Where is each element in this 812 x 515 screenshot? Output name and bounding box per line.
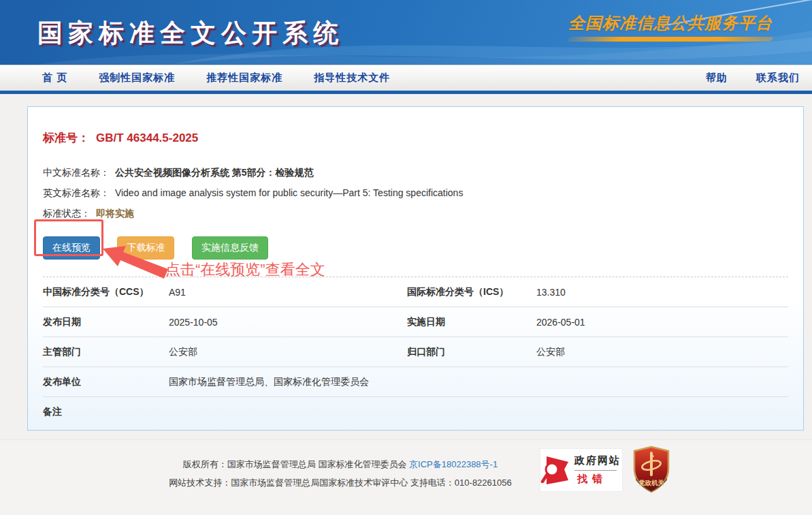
gov-site-find-error-badge[interactable]: 政府网站 找错 xyxy=(540,448,623,492)
en-name-label: 英文标准名称： xyxy=(43,187,110,198)
find-error-badge-line1: 政府网站 xyxy=(574,454,621,467)
nav-left-group: 首 页 强制性国家标准 推荐性国家标准 指导性技术文件 xyxy=(42,72,390,84)
cn-name-value: 公共安全视频图像分析系统 第5部分：检验规范 xyxy=(115,167,314,178)
detail-label-remark: 备注 xyxy=(43,397,169,434)
implementation-feedback-button[interactable]: 实施信息反馈 xyxy=(192,236,268,260)
party-gov-shield-badge[interactable]: 党政机关 xyxy=(632,445,671,497)
detail-row-publisher: 发布单位 国家市场监督管理总局、国家标准化管理委员会 xyxy=(43,367,788,397)
platform-logo[interactable]: 全国标准信息公共服务平台 xyxy=(568,12,773,42)
detail-value-centralized-dept: 公安部 xyxy=(536,337,788,367)
detail-row-classification: 中国标准分类号（CCS） A91 国际标准分类号（ICS） 13.310 xyxy=(43,277,788,307)
annotation-highlight-box xyxy=(34,219,103,256)
cn-name-row: 中文标准名称： 公共安全视频图像分析系统 第5部分：检验规范 xyxy=(43,167,788,179)
detail-value-remark xyxy=(169,397,788,434)
status-badge: 即将实施 xyxy=(96,208,134,219)
cn-name-label: 中文标准名称： xyxy=(43,167,110,178)
detail-row-departments: 主管部门 公安部 归口部门 公安部 xyxy=(43,337,788,367)
nav-item-contact-us[interactable]: 联系我们 xyxy=(756,72,800,84)
detail-label-centralized-dept: 归口部门 xyxy=(407,337,536,367)
platform-logo-text: 全国标准信息公共服务平台 xyxy=(568,12,773,34)
detail-label-ccs: 中国标准分类号（CCS） xyxy=(43,277,169,307)
en-name-value: Video and image analysis system for publ… xyxy=(115,187,464,198)
standard-number-line: 标准号：GB/T 46344.5-2025 xyxy=(43,130,788,146)
detail-value-publisher: 国家市场监督管理总局、国家标准化管理委员会 xyxy=(169,367,788,397)
nav-item-mandatory-standards[interactable]: 强制性国家标准 xyxy=(99,72,175,84)
standard-number-label: 标准号： xyxy=(43,131,89,144)
en-name-row: 英文标准名称： Video and image analysis system … xyxy=(43,187,788,200)
find-error-flag-magnifier-icon xyxy=(540,454,570,486)
page-footer: 版权所有：国家市场监督管理总局 国家标准化管理委员会 京ICP备18022388… xyxy=(0,439,812,514)
platform-logo-underline xyxy=(567,37,775,42)
detail-value-ics: 13.310 xyxy=(536,277,788,307)
nav-item-help[interactable]: 帮助 xyxy=(706,72,728,84)
nav-item-recommended-standards[interactable]: 推荐性国家标准 xyxy=(206,72,282,84)
find-error-badge-line2: 找错 xyxy=(574,473,621,486)
copyright-text: 版权所有：国家市场监督管理总局 国家标准化管理委员会 xyxy=(183,459,409,469)
detail-label-publisher: 发布单位 xyxy=(43,367,169,397)
status-label: 标准状态： xyxy=(43,208,91,219)
site-header: 国家标准全文公开系统 全国标准信息公共服务平台 xyxy=(0,0,812,65)
annotation-text: 点击“在线预览”查看全文 xyxy=(165,260,325,280)
nav-item-home[interactable]: 首 页 xyxy=(42,72,67,84)
party-gov-shield-icon: 党政机关 xyxy=(632,445,671,494)
detail-label-implement-date: 实施日期 xyxy=(407,307,536,337)
detail-value-publish-date: 2025-10-05 xyxy=(169,307,407,337)
detail-table: 中国标准分类号（CCS） A91 国际标准分类号（ICS） 13.310 发布日… xyxy=(43,277,788,433)
detail-value-implement-date: 2026-05-01 xyxy=(536,307,788,337)
detail-row-dates: 发布日期 2025-10-05 实施日期 2026-05-01 xyxy=(43,307,788,337)
nav-item-guiding-documents[interactable]: 指导性技术文件 xyxy=(314,72,390,84)
find-error-badge-text: 政府网站 找错 xyxy=(574,454,621,486)
detail-label-competent-dept: 主管部门 xyxy=(43,337,169,367)
standard-detail-card: 标准号：GB/T 46344.5-2025 中文标准名称： 公共安全视频图像分析… xyxy=(27,106,804,431)
standard-number-value: GB/T 46344.5-2025 xyxy=(96,131,198,144)
detail-value-ccs: A91 xyxy=(169,277,407,307)
nav-right-group: 帮助 联系我们 xyxy=(706,72,800,84)
icp-license-link[interactable]: 京ICP备18022388号-1 xyxy=(409,459,498,469)
party-gov-shield-label: 党政机关 xyxy=(638,479,665,486)
site-title[interactable]: 国家标准全文公开系统 xyxy=(37,16,344,50)
main-nav: 首 页 强制性国家标准 推荐性国家标准 指导性技术文件 帮助 联系我们 xyxy=(0,65,812,91)
detail-label-publish-date: 发布日期 xyxy=(43,307,169,337)
status-row: 标准状态： 即将实施 xyxy=(43,208,788,220)
find-error-badge-divider xyxy=(574,470,617,471)
main-content: 标准号：GB/T 46344.5-2025 中文标准名称： 公共安全视频图像分析… xyxy=(0,94,812,431)
detail-label-ics: 国际标准分类号（ICS） xyxy=(407,277,536,307)
detail-row-remark: 备注 xyxy=(43,397,788,434)
annotation-arrow-icon xyxy=(101,243,169,281)
detail-value-competent-dept: 公安部 xyxy=(169,337,407,367)
